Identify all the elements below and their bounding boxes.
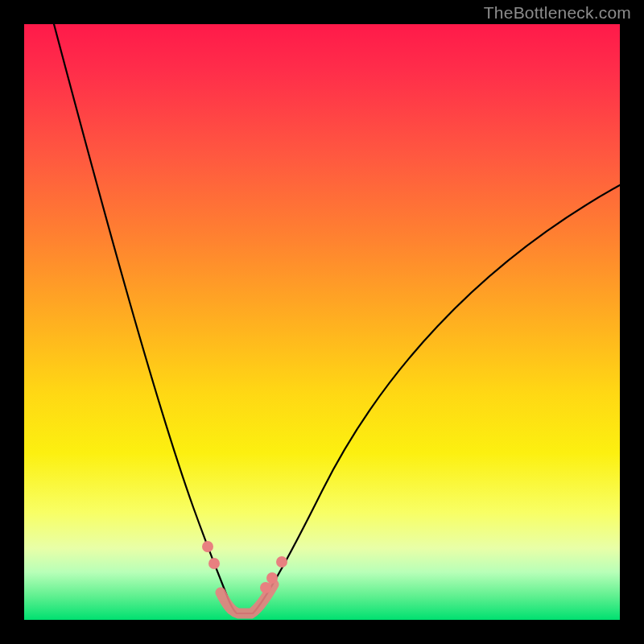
marker-dot (208, 558, 220, 569)
marker-dot (202, 541, 213, 552)
watermark-text: TheBottleneck.com (484, 3, 631, 23)
chart-frame: TheBottleneck.com (0, 0, 644, 644)
marker-dot (276, 556, 287, 568)
bottleneck-curve (54, 24, 620, 613)
marker-dot (266, 572, 278, 584)
plot-area (24, 24, 620, 620)
marker-dot (260, 582, 271, 593)
bottleneck-curve-svg (24, 24, 620, 620)
